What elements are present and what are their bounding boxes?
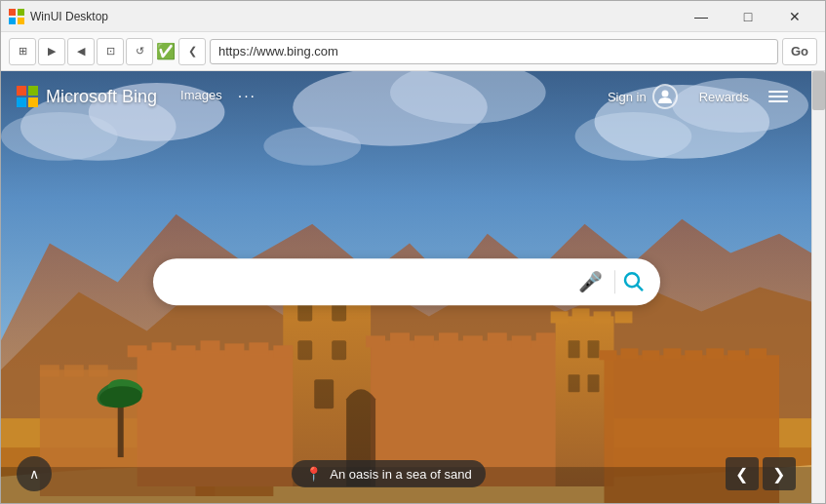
svg-rect-37 (273, 345, 293, 357)
prev-arrow-icon: ❮ (735, 465, 748, 484)
svg-rect-40 (390, 332, 410, 344)
svg-rect-52 (614, 311, 632, 323)
scrollbar-thumb[interactable] (812, 71, 825, 110)
bottom-right-controls: ❮ ❯ (726, 457, 796, 490)
hamburger-line-3 (768, 100, 788, 102)
hamburger-line-1 (768, 91, 788, 93)
svg-line-73 (637, 285, 643, 291)
svg-rect-63 (706, 348, 724, 358)
svg-rect-51 (594, 311, 611, 323)
screen-btn-5[interactable]: ↺ (126, 38, 153, 65)
svg-rect-18 (40, 365, 59, 376)
svg-rect-39 (366, 335, 385, 347)
ms-logo-blue (17, 97, 26, 107)
svg-rect-56 (588, 374, 600, 392)
up-arrow-icon: ∧ (29, 466, 39, 482)
svg-rect-60 (642, 350, 659, 360)
microphone-icon[interactable]: 🎤 (574, 266, 607, 297)
svg-rect-61 (663, 348, 681, 358)
svg-rect-54 (588, 340, 600, 358)
svg-rect-35 (224, 343, 244, 355)
hamburger-menu-button[interactable] (761, 85, 796, 108)
search-container: 🎤 (153, 258, 660, 305)
screen-btn-4[interactable]: ⊡ (97, 38, 124, 65)
svg-rect-27 (297, 340, 312, 360)
svg-point-71 (661, 91, 668, 97)
close-button[interactable]: ✕ (772, 1, 817, 32)
go-button[interactable]: Go (782, 38, 817, 65)
svg-rect-1 (18, 9, 24, 16)
svg-rect-43 (463, 335, 483, 347)
check-icon: ✅ (155, 41, 177, 62)
svg-rect-58 (600, 350, 617, 360)
svg-rect-28 (332, 340, 346, 360)
nav-links: Images ··· (180, 88, 256, 105)
svg-rect-19 (64, 365, 84, 376)
window-controls: — □ ✕ (679, 1, 817, 32)
bottom-left-controls: ∧ (17, 456, 52, 491)
screen-btn-2[interactable]: ▶ (38, 38, 65, 65)
scroll-up-button[interactable]: ∧ (17, 456, 52, 491)
ms-logo-red (17, 86, 26, 96)
minimize-button[interactable]: — (679, 1, 724, 32)
svg-rect-41 (414, 335, 434, 347)
svg-rect-44 (488, 332, 507, 344)
svg-rect-46 (536, 332, 556, 344)
ms-logo-green (28, 86, 38, 96)
search-input[interactable] (169, 273, 567, 291)
window-title: WinUI Desktop (30, 10, 679, 23)
svg-rect-2 (9, 18, 16, 24)
svg-rect-62 (685, 350, 702, 360)
location-icon: 📍 (305, 466, 322, 482)
address-input[interactable] (210, 39, 778, 64)
bottom-bar: ∧ 📍 An oasis in a sea of sand ❮ ❯ (1, 456, 811, 491)
svg-rect-50 (572, 308, 590, 320)
nav-more-button[interactable]: ··· (238, 88, 256, 105)
svg-rect-32 (152, 342, 172, 354)
bing-logo-text: Microsoft Bing (46, 87, 157, 107)
svg-rect-20 (89, 365, 108, 376)
search-divider (614, 270, 615, 293)
next-image-button[interactable]: ❯ (763, 457, 796, 490)
app-window: WinUI Desktop — □ ✕ ⊞ ▶ ◀ ⊡ ↺ ✅ ❮ Go (0, 0, 826, 504)
sign-in-button[interactable]: Sign in (598, 78, 688, 115)
microsoft-logo (17, 86, 38, 107)
svg-rect-53 (569, 340, 580, 358)
prev-image-button[interactable]: ❮ (726, 457, 759, 490)
bing-navbar: Microsoft Bing Images ··· Sign in (1, 71, 811, 122)
address-bar: ⊞ ▶ ◀ ⊡ ↺ ✅ ❮ Go (1, 32, 825, 71)
svg-rect-49 (551, 311, 569, 323)
svg-rect-65 (749, 348, 767, 358)
nav-images-link[interactable]: Images (180, 88, 222, 105)
search-button[interactable] (623, 271, 645, 292)
sign-in-label: Sign in (608, 90, 647, 104)
image-caption: 📍 An oasis in a sea of sand (292, 460, 485, 487)
svg-rect-36 (249, 342, 268, 354)
svg-rect-31 (128, 345, 147, 357)
search-bar: 🎤 (153, 258, 660, 305)
app-icon (9, 9, 24, 24)
caption-text: An oasis in a sea of sand (330, 467, 471, 482)
browser-content: Microsoft Bing Images ··· Sign in (1, 71, 825, 503)
next-arrow-icon: ❯ (772, 465, 785, 484)
svg-rect-42 (439, 332, 458, 344)
rewards-button[interactable]: Rewards (695, 84, 753, 110)
user-icon (652, 84, 678, 109)
screen-btn-1[interactable]: ⊞ (9, 38, 36, 65)
svg-rect-55 (569, 374, 580, 392)
svg-rect-0 (9, 9, 16, 16)
screen-btn-7[interactable]: ❮ (178, 38, 206, 65)
svg-point-72 (625, 273, 639, 287)
svg-rect-29 (314, 379, 334, 408)
title-bar: WinUI Desktop — □ ✕ (1, 1, 825, 32)
ms-logo-yellow (28, 97, 38, 107)
nav-toolbar: ⊞ ▶ ◀ ⊡ ↺ ✅ ❮ (9, 38, 206, 65)
maximize-button[interactable]: □ (726, 1, 770, 32)
bing-logo: Microsoft Bing (17, 86, 157, 107)
svg-rect-64 (728, 350, 745, 360)
svg-rect-45 (512, 335, 531, 347)
svg-rect-34 (201, 340, 220, 352)
screen-btn-3[interactable]: ◀ (67, 38, 95, 65)
scrollbar[interactable] (811, 71, 825, 503)
svg-rect-59 (620, 348, 638, 358)
